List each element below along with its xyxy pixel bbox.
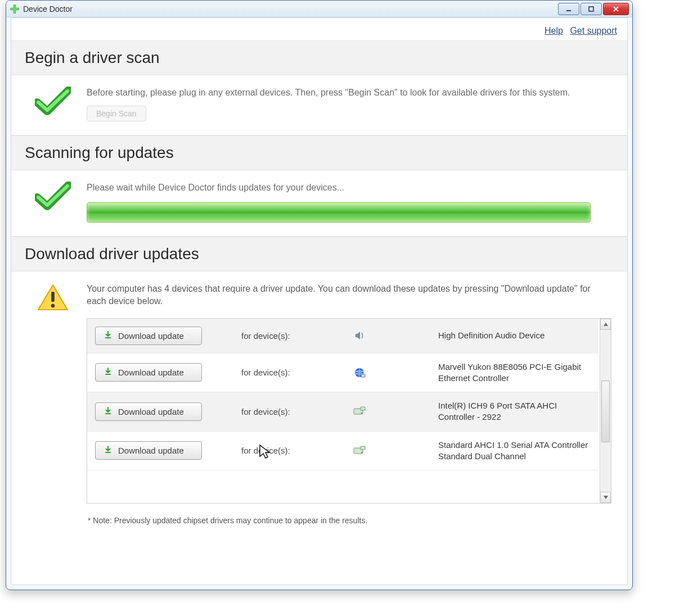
- scroll-up-button[interactable]: [600, 319, 611, 330]
- warning-icon: [35, 283, 71, 312]
- scan-instructions: Before starting, please plug in any exte…: [87, 87, 611, 99]
- minimize-button[interactable]: [558, 3, 579, 15]
- download-update-button[interactable]: Download update: [95, 363, 202, 382]
- scrollbar[interactable]: [600, 319, 611, 503]
- begin-scan-button[interactable]: Begin Scan: [87, 106, 146, 121]
- top-links: Help Get support: [11, 18, 627, 40]
- help-link[interactable]: Help: [544, 26, 563, 35]
- download-section-heading: Download driver updates: [11, 237, 627, 271]
- svg-point-19: [361, 452, 362, 453]
- download-row: Download updatefor device(s):High Defini…: [87, 319, 598, 354]
- device-name: Intel(R) ICH9 6 Port SATA AHCI Controlle…: [438, 400, 591, 423]
- scroll-thumb[interactable]: [601, 381, 610, 442]
- download-arrow-icon: [104, 445, 112, 456]
- app-title: Device Doctor: [23, 4, 73, 13]
- download-arrow-icon: [104, 330, 112, 341]
- scanning-section-body: Please wait while Device Doctor finds up…: [11, 170, 627, 236]
- device-name: Standard AHCI 1.0 Serial ATA ControllerS…: [438, 440, 591, 463]
- for-devices-label: for device(s):: [241, 368, 326, 377]
- download-summary: Your computer has 4 devices that require…: [87, 283, 611, 308]
- download-arrow-icon: [104, 367, 112, 378]
- maximize-button[interactable]: [580, 3, 602, 15]
- svg-rect-17: [105, 452, 111, 453]
- download-row: Download updatefor device(s):Marvell Yuk…: [87, 354, 598, 393]
- application-window: Device Doctor Help Get support Begin a d…: [6, 0, 633, 590]
- scroll-track[interactable]: [600, 330, 611, 492]
- scanning-section-heading: Scanning for updates: [11, 135, 627, 170]
- svg-rect-6: [51, 292, 55, 302]
- svg-rect-13: [105, 413, 111, 414]
- storage-icon: [348, 446, 371, 456]
- device-name: Marvell Yukon 88E8056 PCI-E Gigabit Ethe…: [438, 361, 591, 384]
- download-row: Download updatefor device(s):Standard AH…: [87, 432, 598, 471]
- download-update-button[interactable]: Download update: [95, 441, 202, 460]
- svg-rect-8: [105, 337, 111, 338]
- download-update-button[interactable]: Download update: [95, 327, 202, 345]
- download-update-button[interactable]: Download update: [95, 402, 202, 421]
- scan-progress-bar: [87, 202, 591, 223]
- begin-scan-button-label: Begin Scan: [96, 109, 137, 118]
- network-icon: [348, 366, 371, 379]
- download-arrow-icon: [104, 406, 112, 417]
- svg-rect-9: [105, 374, 111, 375]
- close-button[interactable]: [603, 3, 629, 15]
- svg-rect-5: [589, 7, 593, 11]
- checkmark-icon: [35, 87, 71, 116]
- scanning-status: Please wait while Device Doctor finds up…: [87, 182, 611, 194]
- download-button-label: Download update: [118, 407, 184, 416]
- download-note: * Note: Previously updated chipset drive…: [88, 516, 611, 525]
- svg-rect-3: [11, 8, 19, 10]
- svg-rect-20: [361, 446, 365, 450]
- download-section-body: Your computer has 4 devices that require…: [11, 271, 627, 538]
- for-devices-label: for device(s):: [241, 446, 326, 455]
- download-button-label: Download update: [118, 331, 184, 341]
- svg-rect-12: [361, 374, 365, 377]
- download-list: Download updatefor device(s):High Defini…: [87, 318, 611, 504]
- storage-icon: [348, 406, 371, 416]
- for-devices-label: for device(s):: [241, 331, 326, 341]
- scan-section-body: Before starting, please plug in any exte…: [11, 75, 627, 135]
- device-name: High Definition Audio Device: [438, 330, 591, 341]
- titlebar[interactable]: Device Doctor: [6, 1, 632, 17]
- speaker-icon: [348, 330, 371, 341]
- checkmark-icon: [35, 182, 71, 211]
- svg-point-7: [51, 304, 55, 307]
- download-button-label: Download update: [118, 368, 184, 377]
- download-row: Download updatefor device(s):Intel(R) IC…: [87, 392, 598, 432]
- window-controls: [558, 3, 629, 15]
- support-link[interactable]: Get support: [570, 26, 617, 35]
- client-area: Help Get support Begin a driver scan Bef…: [11, 17, 628, 585]
- for-devices-label: for device(s):: [241, 407, 326, 416]
- download-button-label: Download update: [118, 446, 184, 455]
- scroll-down-button[interactable]: [600, 492, 611, 503]
- svg-rect-16: [361, 407, 365, 410]
- svg-point-15: [361, 413, 362, 414]
- scan-section-heading: Begin a driver scan: [11, 40, 627, 75]
- app-icon: [10, 4, 20, 14]
